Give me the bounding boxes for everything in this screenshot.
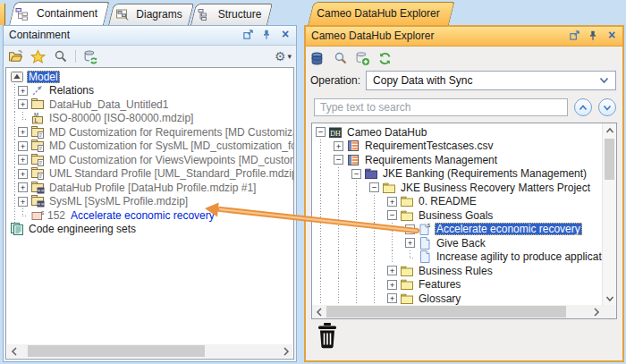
favorites-star-icon[interactable] (30, 49, 46, 64)
tree-row[interactable]: +DataHub_Data_Untitled1 (10, 97, 293, 112)
tree-label[interactable]: DataHub_Data_Untitled1 (47, 98, 170, 111)
collapse-toggle[interactable]: − (387, 210, 397, 220)
tree-row[interactable]: −Requirements Management (316, 153, 603, 167)
tree-row[interactable]: +Features (316, 278, 603, 292)
tree-row[interactable]: −JKE Business Recovery Matters Project (316, 181, 603, 195)
tree-label[interactable]: Give Back (435, 237, 487, 250)
tree-label[interactable]: MD Customization for ViewsViewpoints [MD… (47, 154, 293, 166)
close-icon[interactable]: × (279, 28, 292, 40)
tree-label[interactable]: Requirements Management (363, 154, 499, 166)
tree-row[interactable]: +MD Customization for Requirements [MD C… (10, 125, 293, 140)
vertical-scrollbar[interactable] (602, 123, 616, 305)
operation-select[interactable]: Copy Data with Sync (366, 71, 616, 90)
close-icon[interactable]: × (605, 29, 618, 41)
expand-toggle[interactable]: + (387, 293, 397, 303)
tree-label[interactable]: Increase agility to produce applications… (435, 250, 603, 263)
search-icon[interactable] (333, 51, 348, 66)
tree-row[interactable]: +MD Customization for ViewsViewpoints [M… (10, 153, 293, 167)
tab-cameo-datahub-explorer[interactable]: Cameo DataHub Explorer (308, 2, 449, 25)
search-next-button[interactable] (598, 98, 616, 116)
tree-label[interactable]: Accelerate economic recovery (69, 209, 216, 222)
tree-label[interactable]: Glossary (417, 292, 462, 305)
expand-toggle[interactable]: + (387, 266, 397, 275)
tree-label[interactable]: JKE Banking (Requirements Management) (381, 167, 588, 180)
tree-row[interactable]: +Glossary (316, 292, 603, 305)
tree-label[interactable]: MD Customization for SysML [MD_customiza… (47, 140, 293, 152)
expand-toggle[interactable]: + (387, 197, 397, 207)
tree-label[interactable]: Business Goals (417, 209, 495, 222)
trash-button[interactable] (315, 321, 340, 350)
tree-row[interactable]: +«»DataHub Profile [DataHub Profile.mdzi… (10, 181, 293, 195)
tree-row[interactable]: +MD Customization for SysML [MD_customiz… (10, 140, 293, 154)
tree-label[interactable]: DataHub Profile [DataHub Profile.mdzip #… (47, 182, 258, 194)
tree-row[interactable]: Increase agility to produce applications… (316, 250, 603, 265)
expand-toggle[interactable]: + (18, 169, 28, 179)
collapse-toggle[interactable]: − (334, 155, 343, 165)
open-diagram-icon[interactable] (8, 49, 23, 64)
tab-structure[interactable]: Structure (190, 4, 267, 25)
expand-toggle[interactable]: + (18, 155, 28, 165)
tree-label[interactable]: 0. README (417, 195, 478, 207)
pin-icon[interactable] (587, 29, 599, 41)
tree-row[interactable]: Code engineering sets (10, 223, 293, 237)
tree-label[interactable]: Accelerate economic recovery (435, 223, 582, 235)
tree-row[interactable]: Model (10, 70, 293, 84)
tree-label[interactable]: UML Standard Profile [UML_Standard_Profi… (47, 167, 293, 180)
collapse-toggle[interactable]: − (351, 169, 361, 179)
scrollbar-thumb[interactable] (28, 345, 205, 357)
horizontal-scrollbar[interactable] (312, 305, 603, 318)
pin-icon[interactable] (260, 28, 273, 40)
collapse-toggle[interactable]: − (316, 127, 326, 137)
search-input[interactable] (314, 98, 568, 116)
tree-label[interactable]: Business Rules (417, 265, 495, 277)
add-data-source-icon[interactable] (355, 51, 370, 66)
tab-diagrams[interactable]: Diagrams (108, 4, 189, 25)
tree-row[interactable]: +0. README (316, 195, 603, 209)
tree-row[interactable]: +UML Standard Profile [UML_Standard_Prof… (10, 167, 293, 182)
tree-label[interactable]: Cameo DataHub (345, 126, 428, 139)
scroll-right-icon[interactable] (279, 344, 292, 358)
panel-options-button[interactable]: ⚙ ▾ (275, 50, 292, 63)
horizontal-scrollbar[interactable] (7, 344, 292, 358)
float-window-icon[interactable] (241, 28, 254, 40)
float-window-icon[interactable] (568, 29, 580, 41)
expand-toggle[interactable]: + (18, 182, 28, 192)
expand-toggle[interactable]: + (387, 280, 397, 290)
scroll-left-icon[interactable] (7, 344, 21, 358)
expand-toggle[interactable]: + (334, 141, 343, 151)
expand-toggle[interactable]: + (18, 127, 28, 137)
expand-toggle[interactable]: + (18, 99, 28, 109)
tree-row[interactable]: +«»SysML [SysML Profile.mdzip] (10, 195, 293, 209)
tree-row[interactable]: s152Accelerate economic recovery (10, 208, 293, 223)
tree-row[interactable]: +Relations (10, 84, 293, 98)
tree-row[interactable]: +Business Rules (316, 264, 603, 278)
expand-toggle[interactable]: + (405, 224, 415, 234)
scroll-right-icon[interactable] (589, 305, 603, 318)
tree-label[interactable]: RequirementTestcases.csv (363, 140, 495, 152)
scrollbar-thumb[interactable] (605, 139, 614, 180)
tree-label[interactable]: Code engineering sets (27, 223, 138, 235)
expand-toggle[interactable]: + (18, 141, 28, 151)
tab-containment[interactable]: Containment (9, 2, 104, 25)
tree-label[interactable]: Relations (47, 84, 96, 97)
tree-label[interactable]: JKE Business Recovery Matters Project (399, 182, 592, 194)
expand-toggle[interactable]: + (18, 197, 28, 207)
expand-toggle[interactable]: + (18, 86, 28, 96)
scroll-down-icon[interactable] (603, 292, 616, 305)
tree-label[interactable]: MD Customization for Requirements [MD Cu… (47, 126, 293, 139)
tree-row[interactable]: −Business Goals (316, 208, 603, 223)
datahub-sync-icon[interactable] (83, 49, 98, 64)
tree-row[interactable]: −DHCameo DataHub (316, 125, 603, 140)
tree-row[interactable]: +RequirementTestcases.csv (316, 140, 603, 154)
tree-row[interactable]: −JKE Banking (Requirements Management) (316, 167, 603, 182)
tree-label[interactable]: Features (417, 278, 462, 291)
tree-label[interactable]: ISO-80000 [ISO-80000.mdzip] (47, 112, 195, 124)
refresh-icon[interactable] (377, 51, 393, 66)
scroll-left-icon[interactable] (312, 305, 326, 318)
search-icon[interactable] (53, 49, 68, 64)
scrollbar-thumb[interactable] (326, 306, 566, 317)
scroll-up-icon[interactable] (603, 123, 616, 137)
tree-row[interactable]: MLISO-80000 [ISO-80000.mdzip] (10, 112, 293, 126)
collapse-toggle[interactable]: − (369, 182, 379, 192)
search-previous-button[interactable] (574, 98, 592, 116)
